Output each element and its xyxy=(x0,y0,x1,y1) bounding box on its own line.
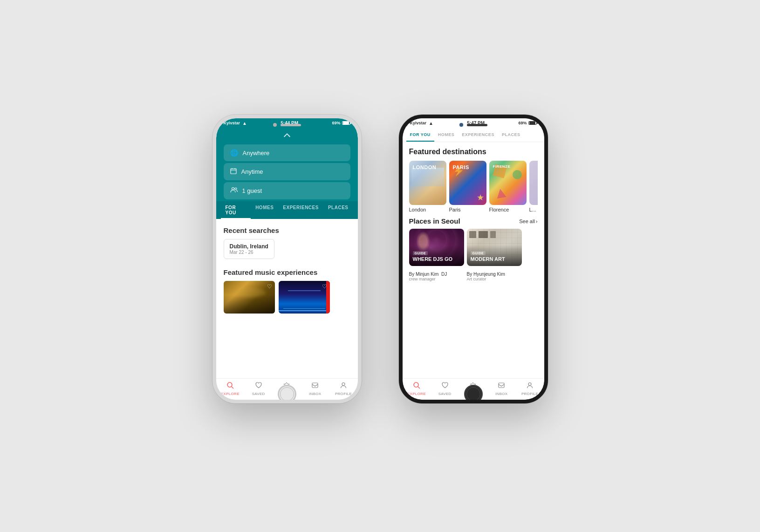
speaker-white xyxy=(281,124,301,126)
phone1-outer: Kyivstar ▲ 5:44 PM 69% xyxy=(212,115,362,417)
battery2-icon xyxy=(528,121,537,125)
profile-icon xyxy=(340,382,347,391)
people-icon xyxy=(230,187,238,195)
tab2-for-you[interactable]: FOR YOU xyxy=(406,128,434,142)
places-header: Places in Seoul See all › xyxy=(409,217,538,225)
nav2-inbox[interactable]: INBOX xyxy=(487,382,516,396)
nav-inbox[interactable]: INBOX xyxy=(301,382,329,396)
florence-img: FIRENZE xyxy=(489,161,527,205)
svg-rect-12 xyxy=(499,383,504,388)
music-card-1[interactable]: ♡ xyxy=(224,281,275,314)
battery-percent: 69% xyxy=(332,121,340,125)
home-button-dark[interactable] xyxy=(464,385,483,403)
phone1-screen: Kyivstar ▲ 5:44 PM 69% xyxy=(216,118,358,400)
tab2-homes[interactable]: HOMES xyxy=(434,128,459,142)
profile2-label: PROFILE xyxy=(521,392,538,396)
london-label: LONDON xyxy=(413,164,437,170)
search-area: 🌐 Anywhere Anytime xyxy=(216,128,358,219)
music-section-title: Featured music experiences xyxy=(224,268,350,276)
saved2-icon xyxy=(441,382,449,391)
carrier-text: Kyivstar xyxy=(224,121,240,125)
battery2-fill xyxy=(529,122,535,124)
nav2-saved[interactable]: SAVED xyxy=(431,382,459,396)
phone2-frame: Kyivstar ▲ 5:47 PM 69% FOR xyxy=(399,115,548,403)
place-djs[interactable]: GUIDE WHERE DJS GO xyxy=(409,229,464,266)
art-title: MODERN ART xyxy=(471,256,518,262)
anywhere-row[interactable]: 🌐 Anywhere xyxy=(224,144,350,161)
dest-florence[interactable]: FIRENZE Florence xyxy=(489,161,527,212)
tab-homes[interactable]: HOMES xyxy=(251,201,278,219)
svg-point-10 xyxy=(414,382,418,387)
music-card-2[interactable]: ♡ xyxy=(279,281,330,314)
florence-name: Florence xyxy=(489,207,527,212)
nav2-explore[interactable]: EXPLORE xyxy=(403,382,431,396)
battery-tip xyxy=(350,122,351,124)
recent-search-item[interactable]: Dublin, Ireland Mar 22 - 26 xyxy=(224,239,274,259)
carrier2-text: Kyivstar xyxy=(410,121,427,125)
svg-point-6 xyxy=(227,382,232,387)
london-name: London xyxy=(409,207,446,212)
paris-name: Paris xyxy=(449,207,486,212)
collapse-chevron[interactable] xyxy=(216,128,358,143)
heart-icon-2[interactable]: ♡ xyxy=(322,283,327,290)
more-img xyxy=(529,161,538,205)
tab2-places[interactable]: PLACES xyxy=(498,128,524,142)
tab-places[interactable]: PLACES xyxy=(323,201,353,219)
heart-icon-1[interactable]: ♡ xyxy=(267,283,272,290)
inbox2-label: INBOX xyxy=(495,392,507,396)
place-art[interactable]: GUIDE MODERN ART xyxy=(467,229,522,266)
svg-point-9 xyxy=(342,383,345,386)
featured-title: Featured destinations xyxy=(409,148,538,156)
home-button-white[interactable] xyxy=(278,385,296,403)
art-overlay: GUIDE MODERN ART xyxy=(467,245,522,266)
battery-icon xyxy=(342,121,350,125)
destination-cards: LONDON London ⚡ ★ PARIS xyxy=(409,161,538,212)
calendar-icon xyxy=(230,168,237,176)
side-button-dark xyxy=(547,184,548,207)
phone2-outer: Kyivstar ▲ 5:47 PM 69% FOR xyxy=(399,115,548,417)
screen2-tab-bar: FOR YOU HOMES EXPERIENCES PLACES xyxy=(403,128,544,142)
dest-more[interactable]: L... xyxy=(529,161,538,212)
explore-label: EXPLORE xyxy=(221,392,240,396)
wifi-icon: ▲ xyxy=(242,121,247,126)
phone2-screen: Kyivstar ▲ 5:47 PM 69% FOR xyxy=(403,118,544,400)
djs-role: crew manager xyxy=(409,277,464,281)
dest-london[interactable]: LONDON London xyxy=(409,161,446,212)
phone1-frame: Kyivstar ▲ 5:44 PM 69% xyxy=(212,115,362,403)
see-all-button[interactable]: See all › xyxy=(519,218,537,224)
inbox-label: INBOX xyxy=(309,392,321,396)
chevron-right-icon: › xyxy=(536,218,538,224)
nav-profile[interactable]: PROFILE xyxy=(329,382,358,396)
explore2-icon xyxy=(413,382,420,391)
tab-for-you[interactable]: FOR YOU xyxy=(221,201,251,219)
svg-point-4 xyxy=(232,188,234,190)
nav2-profile[interactable]: PROFILE xyxy=(516,382,544,396)
art-role: Art curator xyxy=(467,277,522,281)
anytime-label: Anytime xyxy=(241,168,263,175)
phones-container: Kyivstar ▲ 5:44 PM 69% xyxy=(185,87,576,445)
screen1-tab-bar: FOR YOU HOMES EXPERIENCES PLACES xyxy=(216,201,358,219)
inbox2-icon xyxy=(498,382,505,391)
djs-author: By Minjun Kim DJ xyxy=(409,272,464,277)
anytime-row[interactable]: Anytime xyxy=(224,163,350,180)
globe-icon: 🌐 xyxy=(230,149,238,157)
svg-line-11 xyxy=(418,387,420,389)
saved-label: SAVED xyxy=(252,392,265,396)
tab-experiences[interactable]: EXPERIENCES xyxy=(278,201,323,219)
mute-button-dark xyxy=(399,160,400,169)
tab2-experiences[interactable]: EXPERIENCES xyxy=(458,128,498,142)
place-cards: GUIDE WHERE DJS GO xyxy=(409,229,538,266)
speaker-dark xyxy=(467,124,487,126)
camera-white xyxy=(273,123,277,127)
vol-up-dark xyxy=(399,174,400,186)
guests-row[interactable]: 1 guest xyxy=(224,182,350,199)
dest-paris[interactable]: ⚡ ★ PARIS Paris xyxy=(449,161,486,212)
nav-saved[interactable]: SAVED xyxy=(244,382,273,396)
art-author: By Hyunjeung Kim xyxy=(467,272,522,277)
author-djs: By Minjun Kim DJ crew manager xyxy=(409,270,464,281)
florence-label: FIRENZE xyxy=(493,164,511,169)
profile-label: PROFILE xyxy=(335,392,352,396)
nav-explore[interactable]: EXPLORE xyxy=(216,382,245,396)
vol-down-button xyxy=(212,191,213,202)
screen2-content: Featured destinations LONDON xyxy=(403,142,544,378)
